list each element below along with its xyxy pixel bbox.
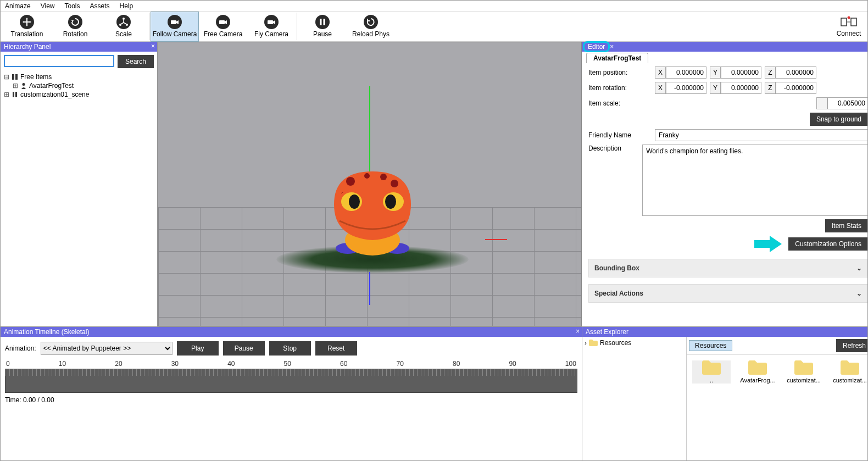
folder-item[interactable]: AvatarFrog... [738, 360, 777, 384]
menubar: Animaze View Tools Assets Help [1, 1, 867, 12]
tool-reload-phys[interactable]: Reload Phys [347, 12, 395, 42]
tree-row-child[interactable]: ⊞ AvatarFrogTest [4, 81, 154, 90]
stop-button[interactable]: Stop [269, 341, 311, 356]
menu-view[interactable]: View [41, 2, 55, 10]
tool-label: Fly Camera [254, 30, 288, 38]
chevron-down-icon: ⌄ [856, 264, 862, 272]
menu-tools[interactable]: Tools [64, 2, 80, 10]
position-x-input[interactable] [666, 66, 706, 79]
tool-fly-camera[interactable]: Fly Camera [247, 12, 296, 42]
axis-z-label: Z [765, 82, 776, 94]
section-label: Special Actions [594, 290, 643, 297]
menu-assets[interactable]: Assets [90, 2, 110, 10]
panel-header: Editor × [582, 42, 868, 52]
svg-point-19 [346, 177, 355, 186]
svg-point-21 [364, 173, 370, 179]
svg-point-20 [380, 174, 387, 180]
close-icon[interactable]: × [576, 327, 580, 335]
axis-x-label: X [655, 82, 666, 94]
folder-grid: .. AvatarFrog... customizat... customiza… [687, 355, 868, 389]
svg-rect-11 [12, 74, 14, 80]
ruler-ticks: 0102030405060708090100 [5, 360, 577, 368]
position-y-input[interactable] [721, 66, 761, 79]
folder-icon [702, 360, 721, 375]
item-scale-label: Item scale: [588, 99, 652, 107]
svg-rect-15 [15, 92, 17, 97]
tool-free-camera[interactable]: Free Camera [199, 12, 247, 42]
tool-label: Rotation [63, 30, 88, 38]
tool-connect[interactable]: Connect [832, 12, 865, 42]
customization-options-button[interactable]: Customization Options [788, 237, 868, 251]
expand-icon[interactable]: ⊞ [4, 91, 9, 98]
description-textarea[interactable]: World's champion for eating flies. [642, 145, 868, 216]
time-display: Time: 0.00 / 0.00 [1, 393, 582, 407]
tool-label: Scale [115, 30, 132, 38]
folder-up[interactable]: .. [692, 360, 731, 384]
scale-icon [116, 15, 131, 29]
folder-label: customizat... [831, 377, 868, 384]
play-button[interactable]: Play [177, 341, 219, 356]
rotation-y-input[interactable] [721, 82, 761, 94]
folder-item[interactable]: customizat... [784, 360, 823, 384]
snap-to-ground-button[interactable]: Snap to ground [810, 113, 868, 126]
animation-select[interactable]: << Animated by Puppeteer >> [41, 342, 173, 355]
refresh-button[interactable]: Refresh [836, 339, 868, 352]
menu-help[interactable]: Help [120, 2, 133, 10]
breadcrumb-resources[interactable]: Resources [689, 340, 732, 351]
svg-rect-5 [268, 20, 273, 24]
animation-label: Animation: [5, 345, 36, 352]
tool-scale[interactable]: Scale [99, 12, 148, 42]
chevron-right-icon[interactable]: › [585, 339, 587, 347]
position-z-input[interactable] [776, 66, 816, 79]
close-icon[interactable]: × [151, 42, 155, 50]
scale-input[interactable] [827, 97, 868, 109]
chevron-down-icon: ⌄ [856, 290, 862, 297]
description-label: Description [588, 145, 639, 152]
separator [149, 13, 149, 40]
reset-button[interactable]: Reset [315, 341, 357, 356]
svg-point-13 [23, 83, 25, 86]
item-position-label: Item position: [588, 69, 652, 76]
folder-item[interactable]: customizat... [831, 360, 868, 384]
axis-x-label: X [655, 66, 666, 79]
bounding-box-section[interactable]: Bounding Box ⌄ [588, 259, 868, 277]
svg-rect-4 [219, 20, 225, 24]
folder-label: AvatarFrog... [738, 377, 777, 384]
svg-rect-8 [841, 18, 847, 26]
axis-z-label: Z [765, 66, 776, 79]
tree-row-root[interactable]: ⊟ Free Items [4, 73, 154, 81]
tool-label: Connect [837, 30, 861, 37]
timeline-ruler[interactable]: 0102030405060708090100 [5, 360, 577, 393]
tool-translation[interactable]: Translation [3, 12, 51, 42]
search-button[interactable]: Search [118, 55, 154, 68]
menu-animaze[interactable]: Animaze [5, 2, 31, 10]
tool-label: Reload Phys [352, 30, 390, 38]
folder-icon [794, 360, 813, 375]
tool-follow-camera[interactable]: Follow Camera [151, 12, 199, 42]
hierarchy-search-input[interactable] [4, 55, 114, 67]
special-actions-section[interactable]: Special Actions ⌄ [588, 284, 868, 303]
tab-avatarfrogtest[interactable]: AvatarFrogTest [586, 53, 648, 63]
close-icon[interactable]: × [610, 43, 614, 51]
timeline-track[interactable] [5, 369, 577, 393]
expand-icon[interactable]: ⊞ [13, 82, 18, 90]
node-icon [12, 74, 18, 80]
item-rotation-label: Item rotation: [588, 84, 652, 92]
tool-rotation[interactable]: Rotation [51, 12, 99, 42]
pause-icon [315, 15, 330, 29]
friendly-name-input[interactable] [655, 129, 868, 141]
item-stats-button[interactable]: Item Stats [825, 219, 868, 232]
folder-icon [748, 360, 767, 375]
tree-row-resources[interactable]: › Resources [585, 339, 684, 347]
collapse-icon[interactable]: ⊟ [4, 73, 9, 81]
tool-pause[interactable]: Pause [298, 12, 347, 42]
animation-timeline-panel: Animation Timeline (Skeletal) × Animatio… [1, 326, 582, 460]
tree-row-sibling[interactable]: ⊞ customization01_scene [4, 90, 154, 99]
separator [297, 13, 297, 40]
hierarchy-panel: Hierarchy Panel × Search ⊟ Free Items ⊞ … [1, 42, 158, 326]
pause-button[interactable]: Pause [223, 341, 265, 356]
rotation-z-input[interactable] [776, 82, 816, 94]
rotation-x-input[interactable] [666, 82, 706, 94]
connect-icon [841, 16, 857, 30]
viewport-3d[interactable] [158, 42, 582, 326]
